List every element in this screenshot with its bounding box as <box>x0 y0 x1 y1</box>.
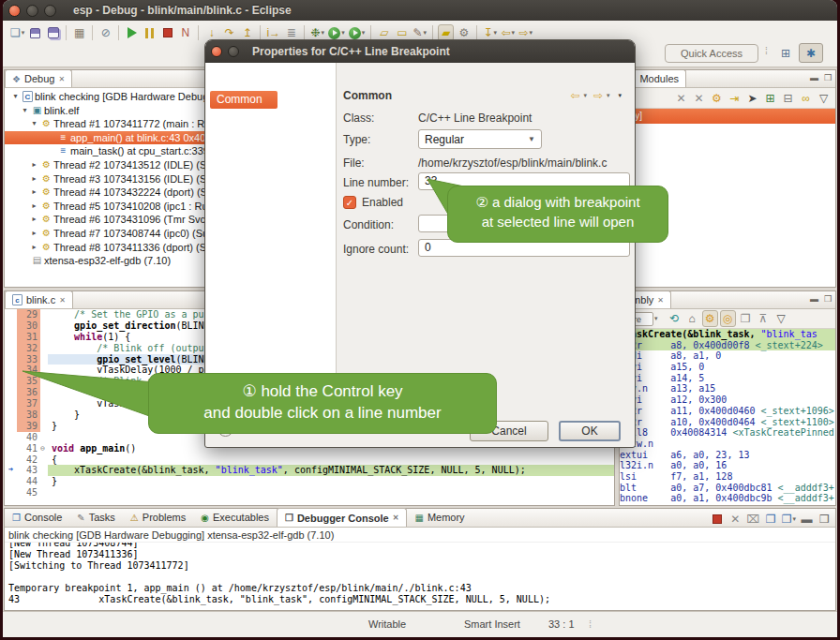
close-icon[interactable]: ✕ <box>59 296 66 305</box>
line-number[interactable]: 39 <box>17 421 40 432</box>
chevron-down-icon[interactable]: ▾ <box>607 92 610 99</box>
tree-expander-icon[interactable]: ▸ <box>29 186 39 200</box>
line-number[interactable]: 40 <box>17 432 40 443</box>
tab-blink-c[interactable]: c blink.c ✕ <box>5 291 73 308</box>
select-pointer-icon[interactable]: ➤ <box>744 90 760 107</box>
dialog-minimize-icon[interactable] <box>228 46 239 57</box>
close-icon[interactable]: ✕ <box>657 296 664 305</box>
disassembly-line[interactable]: bnone a0, a1, 0x400dbc9b <__adddf3+ <box>620 493 835 504</box>
quick-access-button[interactable]: Quick Access <box>665 44 758 63</box>
line-number[interactable]: 31 <box>17 332 40 343</box>
code-line[interactable]: 44} <box>5 476 614 487</box>
line-number[interactable]: 44 <box>17 476 40 487</box>
save-icon[interactable] <box>27 24 43 41</box>
tree-expander-icon[interactable]: ▸ <box>29 158 39 172</box>
collapse-all-icon[interactable]: ⊟ <box>780 90 796 107</box>
tree-expander-icon[interactable]: ▸ <box>29 241 39 255</box>
remove-all-modules-icon[interactable]: ✕ <box>691 90 707 107</box>
display-selected-console-icon[interactable]: ❐ <box>763 511 779 528</box>
load-symbols-icon[interactable]: ⇥ <box>727 90 742 107</box>
view-menu-icon[interactable]: ▽ <box>773 310 789 327</box>
line-number[interactable]: 43 <box>17 465 40 476</box>
terminate-icon[interactable] <box>159 24 175 41</box>
ok-button[interactable]: OK <box>559 421 621 441</box>
line-number[interactable]: 32 <box>17 343 40 354</box>
disassembly-line[interactable]: l32r a11, 0x400d0460 <_stext+1096> <box>620 406 835 417</box>
tree-expander-icon[interactable]: ▸ <box>29 172 39 186</box>
fold-icon[interactable]: ⊖ <box>40 443 48 454</box>
terminate-icon[interactable] <box>710 511 726 528</box>
tab-executables[interactable]: ◉Executables <box>193 508 277 527</box>
chevron-down-icon[interactable]: ▾ <box>583 92 587 99</box>
minimize-icon[interactable]: ▬ <box>810 294 818 304</box>
line-number[interactable]: 45 <box>17 487 40 499</box>
pin-view-icon[interactable]: ⊼ <box>756 310 772 327</box>
window-maximize-icon[interactable] <box>44 5 56 17</box>
disassembly-line[interactable]: l32i.n a0, a0, 16 <box>620 460 835 471</box>
disconnect-icon[interactable]: N <box>177 24 193 41</box>
save-all-icon[interactable] <box>45 24 61 41</box>
maximize-icon[interactable]: ❒ <box>824 73 832 82</box>
minimize-icon[interactable]: ▬ <box>810 73 818 82</box>
new-wizard-icon[interactable]: ❏▾ <box>9 24 25 41</box>
view-menu-icon[interactable]: ▾ <box>618 92 622 99</box>
chevron-down-icon[interactable]: ▾ <box>654 315 658 322</box>
view-menu-icon[interactable]: ▽ <box>816 90 832 107</box>
line-number[interactable]: 41 <box>17 443 40 454</box>
link-with-debug-icon[interactable]: ∞ <box>798 90 814 107</box>
tree-expander-icon[interactable]: ▸ <box>29 227 39 241</box>
skip-all-breakpoints-icon[interactable]: ⊘ <box>98 24 113 41</box>
disassembly-line[interactable]: blt a0, a7, 0x400dbc81 <__adddf3+ <box>620 483 835 494</box>
tab-tasks[interactable]: ✎Tasks <box>69 508 123 527</box>
close-icon[interactable]: ✕ <box>393 513 399 522</box>
enabled-checkbox[interactable]: ✓ <box>343 196 356 209</box>
refresh-icon[interactable]: ⟲ <box>667 310 682 327</box>
open-console-icon[interactable]: ❐▾ <box>781 511 797 528</box>
debug-perspective-icon[interactable]: ✱ <box>799 43 823 63</box>
cpp-perspective-icon[interactable]: ⊞ <box>776 43 795 63</box>
tree-expander-icon[interactable]: ▾ <box>10 90 21 104</box>
open-new-view-icon[interactable]: ❐ <box>738 310 754 327</box>
code-line[interactable]: 45 <box>5 487 614 499</box>
suspend-icon[interactable] <box>142 24 158 41</box>
tab-console[interactable]: ❐Console <box>5 508 69 527</box>
tree-expander-icon[interactable]: ▾ <box>20 104 30 118</box>
code-line[interactable]: 42{ <box>5 454 614 466</box>
minimize-icon[interactable]: ▬ <box>799 511 815 528</box>
module-settings-icon[interactable]: ⚙ <box>709 90 725 107</box>
disassembly-line[interactable]: movi a14, 5 <box>620 373 835 384</box>
disassembly-line[interactable]: extui a6, a0, 23, 13 <box>620 450 835 461</box>
home-icon[interactable]: ⌂ <box>684 310 700 327</box>
tab-problems[interactable]: ⚠Problems <box>123 508 193 527</box>
tree-expander-icon[interactable]: ▾ <box>29 117 39 131</box>
code-line[interactable]: ➜43 xTaskCreate(&blink_task, "blink_task… <box>5 465 614 476</box>
line-number[interactable]: 30 <box>17 320 40 332</box>
clear-console-icon[interactable]: ⌧ <box>745 511 761 528</box>
disassembly-line[interactable]: addi a8, a1, 0 <box>620 350 835 362</box>
disassembly-line[interactable]: l32r a8, 0x400d00f8 <_stext+224> <box>620 340 835 351</box>
disassembly-line[interactable]: retw.n <box>620 439 835 450</box>
build-binary-icon[interactable]: ▦ <box>71 24 87 41</box>
line-number[interactable]: 29 <box>17 309 40 320</box>
dialog-close-icon[interactable] <box>211 46 222 57</box>
sync-active-context-icon[interactable]: ⚙ <box>702 310 718 327</box>
expand-all-icon[interactable]: ⊞ <box>762 90 778 107</box>
line-number[interactable]: 42 <box>17 454 40 466</box>
disassembly-line[interactable]: movi a15, 0 <box>620 362 835 373</box>
tab-memory[interactable]: ▦Memory <box>407 508 472 527</box>
disassembly-line[interactable]: l32r a10, 0x400d0464 <_stext+1100> <box>620 417 835 428</box>
forward-arrow-icon[interactable]: ⇨ <box>593 89 603 102</box>
console-output[interactable]: [New Thread 1073408744] [New Thread 1073… <box>5 543 835 608</box>
remove-launch-icon[interactable]: ✕ <box>728 511 743 528</box>
window-minimize-icon[interactable] <box>26 5 38 17</box>
sidebar-item-common[interactable]: Common <box>210 91 278 109</box>
disassembly-line[interactable]: lsi f7, a1, 128 <box>620 471 835 483</box>
resume-icon[interactable] <box>124 24 140 41</box>
tree-expander-icon[interactable]: ▸ <box>29 200 39 214</box>
modules-selected-row[interactable]: rary] <box>620 109 835 124</box>
tree-expander-icon[interactable]: ▸ <box>29 213 39 227</box>
close-icon[interactable]: ✕ <box>58 75 65 83</box>
tab-debug[interactable]: ❖ Debug ✕ <box>5 70 72 87</box>
disassembly-line[interactable]: movi a12, 0x300 <box>620 394 835 406</box>
disassembly-listing[interactable]: xTaskCreate(&blink_task, "blink_tasl32r … <box>620 329 835 505</box>
